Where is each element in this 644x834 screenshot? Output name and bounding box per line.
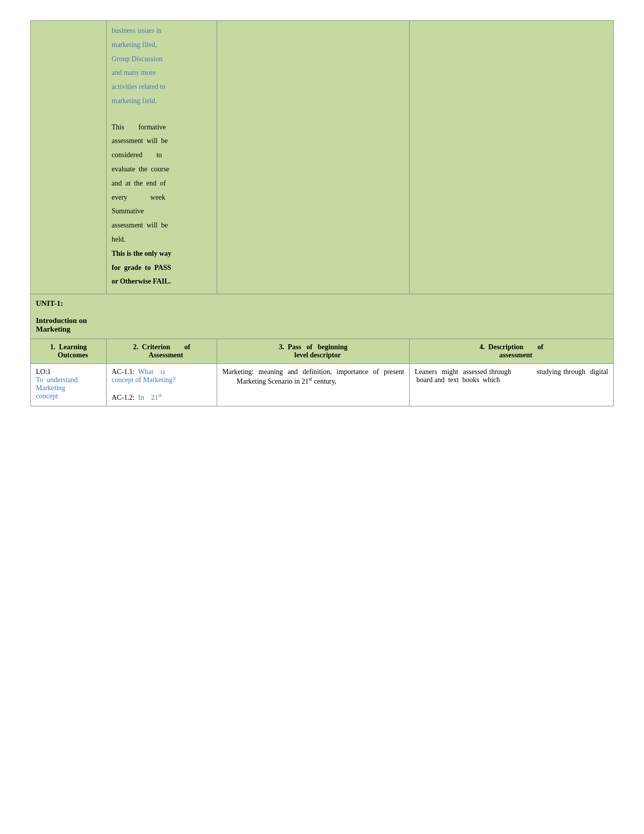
top-pass-empty (217, 21, 410, 294)
para-line-6: every week (112, 192, 212, 204)
table-header-row: 1. Learning Outcomes 2. Criterion of Ass… (31, 339, 614, 364)
lo-cell: LO:1 To understand Marketing concept (31, 364, 107, 406)
header-col-criterion: 2. Criterion of Assessment (107, 339, 217, 364)
header-pass-label: 3. Pass of beginning level descriptor (279, 343, 348, 359)
ac-1-1-label: AC-1.1: (112, 368, 136, 376)
lo-marketing: Marketing (36, 384, 65, 392)
top-content-cell: business issues in marketing filed, Grou… (107, 21, 217, 294)
ac-1-1-blue: What is (136, 368, 165, 376)
black-content: This formative assessment will be consid… (112, 121, 212, 288)
blue-line-3: Group Discussion (112, 53, 212, 65)
lo-id: LO:1 (36, 368, 51, 376)
lo-concept: concept (36, 392, 58, 400)
pass-cell: Marketing: meaning and definition, impor… (217, 364, 410, 406)
para-line-3: considered to (112, 149, 212, 161)
header-col-lo: 1. Learning Outcomes (31, 339, 107, 364)
ac-1-2-label: AC-1.2: (112, 394, 136, 401)
blue-line-4: and many more (112, 67, 212, 79)
blue-line-6: marketing field. (112, 95, 212, 107)
criterion-cell: AC-1.1: What is concept of Marketing? AC… (107, 364, 217, 406)
table-row: LO:1 To understand Marketing concept AC-… (31, 364, 614, 406)
para-line-8: assessment will be (112, 219, 212, 231)
header-desc-label: 4. Description of assessment (479, 343, 543, 359)
unit-row-cell: UNIT-1: Introduction on Marketing (31, 294, 614, 339)
para-line-7: Summative (112, 205, 212, 217)
header-lo-label: 1. Learning Outcomes (49, 343, 88, 359)
desc-cell: Leaners might assessed through studying … (410, 364, 614, 406)
top-desc-empty (410, 21, 614, 294)
para-line-1: This formative (112, 121, 212, 133)
para-line-4: evaluate the course (112, 163, 212, 175)
blue-line-1: business issues in (112, 25, 212, 37)
marketing-label: Marketing (36, 325, 70, 333)
para-line-2: assessment will be (112, 135, 212, 147)
para-line-9: held. (112, 234, 212, 246)
intro-label: Introduction on (36, 316, 87, 325)
para-line-5: and at the end of (112, 177, 212, 190)
lo-understand: To understand (36, 376, 78, 384)
header-criterion-label: 2. Criterion of Assessment (133, 343, 190, 359)
bold-line-1: This is the only way (112, 248, 212, 260)
unit-label: UNIT-1: (36, 299, 63, 307)
ac-1-1-concept: concept of Marketing? (112, 376, 176, 384)
header-col-desc: 4. Description of assessment (410, 339, 614, 364)
blue-line-5: activities related to (112, 81, 212, 93)
ac-1-2-blue: In 21st (136, 394, 162, 401)
blue-line-2: marketing filed, (112, 39, 212, 51)
header-col-pass: 3. Pass of beginning level descriptor (217, 339, 410, 364)
bold-line-2: for grade to PASS (112, 262, 212, 274)
bold-line-3: or Otherwise FAIL. (112, 275, 212, 288)
top-empty-cell (31, 21, 107, 294)
blue-content: business issues in marketing filed, Grou… (112, 25, 212, 107)
